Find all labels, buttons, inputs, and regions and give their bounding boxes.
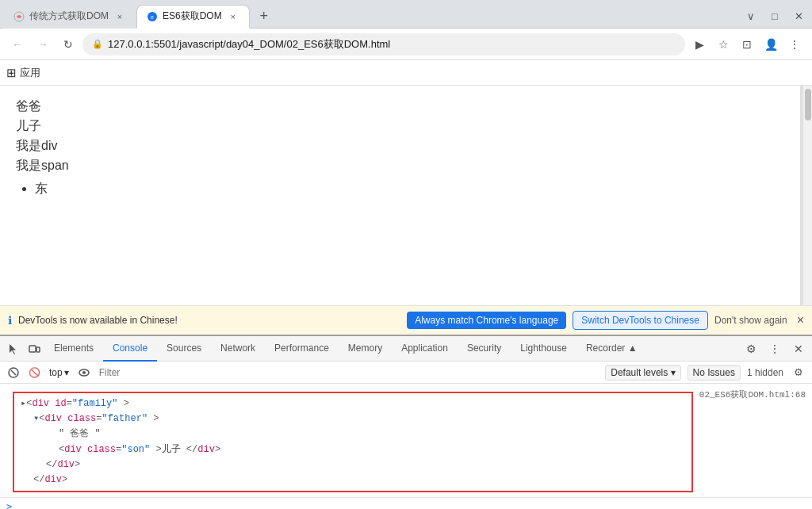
dont-show-link[interactable]: Don't show again [714,315,787,326]
tab-performance[interactable]: Performance [265,336,339,362]
tab-elements[interactable]: Elements [44,336,103,362]
lock-icon: 🔒 [92,39,103,49]
code-line-4: <div class="son" >儿子 </div> [21,442,685,457]
cast-button[interactable]: ▶ [688,33,710,55]
svg-rect-5 [36,347,40,352]
tab-sources-label: Sources [167,343,201,354]
page-line-2: 儿子 [16,118,784,135]
eye-button[interactable] [75,364,93,381]
apps-bookmark[interactable]: ⊞ 应用 [6,66,40,80]
code-line-2: ▾ <div class="father" > [21,411,685,427]
devtools-close-button[interactable]: ✕ [788,339,809,359]
bookmark-button[interactable]: ☆ [712,33,734,55]
menu-button[interactable]: ⋮ [783,33,806,55]
profile-button[interactable]: 👤 [760,33,782,55]
close-button[interactable]: ✕ [788,6,809,27]
filter-input[interactable] [96,367,603,378]
tab-view-button[interactable]: ⊡ [736,33,758,55]
tab-application-label: Application [401,343,448,354]
code-line-6: </div> [21,473,685,488]
console-source-link[interactable]: 02_ES6获取DOM.html:68 [699,388,806,402]
devtools-more-button[interactable]: ⋮ [764,339,785,359]
page-line-1: 爸爸 [16,98,784,115]
tab-lighthouse-label: Lighthouse [520,343,567,354]
scrollbar-track[interactable] [802,86,812,305]
devtools-notification: ℹ DevTools is now available in Chinese! … [0,305,812,335]
default-levels-select[interactable]: Default levels ▾ [605,365,680,381]
tab-es6[interactable]: e ES6获取DOM × [136,5,250,29]
reload-button[interactable]: ↻ [57,33,79,55]
tab-memory-label: Memory [348,343,382,354]
tab-close-2[interactable]: × [227,10,239,23]
filter-toggle-button[interactable]: 🚫 [25,364,43,381]
console-settings-button[interactable]: ⚙ [790,364,807,381]
notification-text: DevTools is now available in Chinese! [18,315,400,326]
devtools-panel: Elements Console Sources Network Perform [0,335,812,509]
address-bar-right: ▶ ☆ ⊡ 👤 ⋮ [688,33,806,55]
page-content: 爸爸 儿子 我是div 我是span 东 [0,86,802,305]
tab-memory[interactable]: Memory [339,336,392,362]
page-line-3: 我是div [16,138,784,155]
info-icon: ℹ [8,314,12,327]
tab-application[interactable]: Application [392,336,458,362]
tag-close-div-father: </div> [46,457,80,473]
tab-performance-label: Performance [274,343,329,354]
context-selector[interactable]: top ▾ [46,365,72,380]
back-button[interactable]: ← [6,33,29,55]
cursor-icon [7,343,20,355]
tab-recorder-label: Recorder ▲ [586,343,638,354]
expand-arrow-2: ▾ [33,411,39,427]
tab-favicon-2: e [147,11,158,22]
tab-sources[interactable]: Sources [157,336,211,362]
hidden-count-label[interactable]: 1 hidden [747,367,783,378]
devtools-settings-button[interactable]: ⚙ [741,339,761,359]
tab-security-label: Security [467,343,501,354]
notification-close-button[interactable]: × [797,313,804,327]
devtools-tabs-left: Elements Console Sources Network Perform [3,336,647,362]
svg-rect-4 [29,346,36,352]
context-selector-label: top [49,367,63,378]
switch-devtools-button[interactable]: Switch DevTools to Chinese [573,311,708,330]
clear-console-button[interactable] [5,364,22,381]
tab-close-1[interactable]: × [113,10,126,23]
tab-recorder[interactable]: Recorder ▲ [576,336,647,362]
html-output-box: ▸ <div id="family" > ▾ [13,392,693,492]
tab-network[interactable]: Network [211,336,265,362]
address-bar: ← → ↻ 🔒 127.0.0.1:5501/javascript/day04_… [0,29,812,60]
forward-button[interactable]: → [32,33,54,55]
eye-icon [79,369,90,377]
tab-console[interactable]: Console [103,336,157,362]
tag-div-son: <div class="son" >儿子 </div> [59,442,220,457]
new-tab-button[interactable]: + [253,6,275,28]
tab-console-label: Console [113,343,147,354]
no-issues-badge[interactable]: No Issues [688,365,741,381]
device-icon [28,343,40,355]
tab-label-2: ES6获取DOM [163,10,222,23]
console-output-area: ▸ <div id="family" > ▾ [0,387,812,497]
tab-security[interactable]: Security [458,336,511,362]
svg-line-7 [11,370,16,375]
context-selector-arrow: ▾ [64,367,69,378]
tab-favicon-1 [13,11,25,22]
code-line-1: ▸ <div id="family" > [21,396,685,411]
tag-open-div-family: <div id="family" > [26,396,129,411]
page-list-item-1: 东 [35,181,784,197]
browser-frame: 传统方式获取DOM × e ES6获取DOM × + ∨ □ ✕ ← → ↻ 🔒… [0,0,812,509]
tab-lighthouse[interactable]: Lighthouse [511,336,576,362]
clear-icon [8,367,19,378]
minimize-button[interactable]: ∨ [741,6,761,27]
match-language-button[interactable]: Always match Chrome's language [407,312,566,329]
tab-network-label: Network [220,343,255,354]
bookmarks-bar: ⊞ 应用 [0,60,812,86]
url-bar[interactable]: 🔒 127.0.0.1:5501/javascript/day04_DOM/02… [82,33,685,55]
text-baoba: " 爸爸 " [59,427,101,442]
restore-button[interactable]: □ [764,6,785,27]
devtools-tab-bar: Elements Console Sources Network Perform [0,336,812,362]
apps-label: 应用 [20,66,40,80]
tab-traditional[interactable]: 传统方式获取DOM × [3,5,136,29]
scrollbar-thumb[interactable] [805,89,811,121]
device-toolbar-button[interactable] [24,339,44,359]
toolbar-right: Default levels ▾ No Issues 1 hidden ⚙ [605,364,807,381]
tab-label-1: 传统方式获取DOM [29,10,109,23]
inspect-element-button[interactable] [3,339,24,359]
